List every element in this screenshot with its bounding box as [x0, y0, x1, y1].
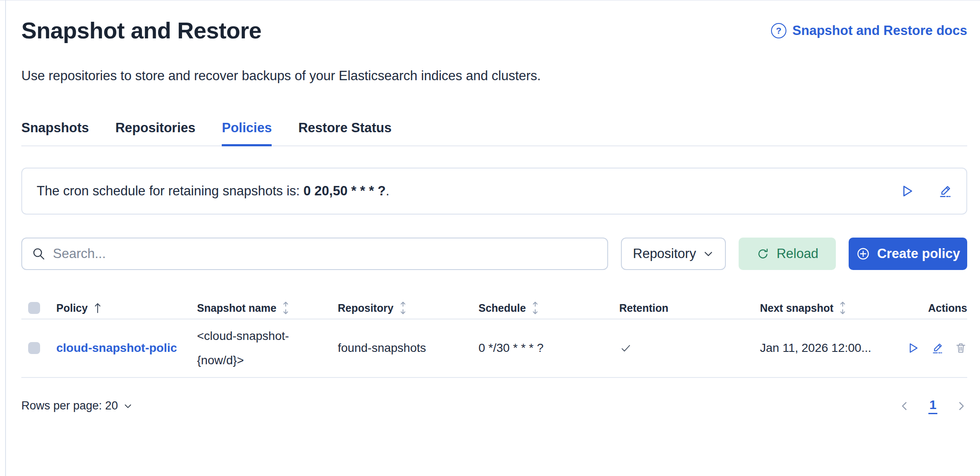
header-next-snapshot[interactable]: Next snapshot [760, 301, 901, 315]
refresh-icon [756, 247, 770, 261]
tab-repositories[interactable]: Repositories [115, 120, 195, 146]
header-schedule[interactable]: Schedule [478, 301, 619, 315]
plus-circle-icon [856, 247, 870, 261]
row-actions [901, 342, 967, 354]
header-policy[interactable]: Policy [56, 302, 197, 314]
search-icon [32, 247, 46, 261]
edit-policy-button[interactable] [931, 342, 943, 354]
pencil-icon [931, 342, 943, 354]
delete-policy-button[interactable] [954, 342, 967, 354]
play-icon [900, 184, 914, 198]
play-icon [907, 342, 919, 354]
page-title: Snapshot and Restore [21, 17, 261, 44]
trash-icon [954, 342, 967, 354]
header-retention-label: Retention [619, 302, 668, 314]
search-input[interactable] [53, 246, 598, 261]
select-all-checkbox[interactable] [28, 302, 40, 314]
row-checkbox[interactable] [28, 342, 40, 354]
chevron-down-icon [123, 401, 133, 411]
previous-page-button[interactable] [899, 400, 910, 412]
tab-bar: Snapshots Repositories Policies Restore … [21, 120, 967, 146]
header-repository-label: Repository [338, 302, 394, 314]
next-page-button[interactable] [955, 400, 967, 412]
sort-ascending-icon [93, 302, 102, 314]
pencil-icon [937, 184, 952, 198]
search-box [21, 238, 608, 270]
top-divider [0, 0, 980, 1]
schedule-cell: 0 */30 * * * ? [478, 341, 619, 355]
repository-filter-button[interactable]: Repository [621, 238, 726, 270]
docs-link-label: Snapshot and Restore docs [792, 23, 967, 38]
policy-cell: cloud-snapshot-policy [56, 341, 197, 355]
repository-filter-label: Repository [633, 246, 696, 261]
chevron-right-icon [955, 400, 967, 412]
snapshot-restore-page: Snapshot and Restore ? Snapshot and Rest… [0, 0, 980, 423]
page-description: Use repositories to store and recover ba… [21, 66, 561, 86]
pagination: 1 [899, 398, 967, 414]
header-actions: Actions [901, 302, 967, 314]
tab-restore-status[interactable]: Restore Status [298, 120, 391, 146]
retention-actions [900, 184, 952, 198]
rows-per-page-button[interactable]: Rows per page: 20 [21, 399, 133, 412]
run-retention-button[interactable] [900, 184, 914, 198]
docs-link[interactable]: ? Snapshot and Restore docs [771, 23, 967, 38]
retention-schedule-text: The cron schedule for retaining snapshot… [37, 183, 389, 199]
reload-label: Reload [777, 246, 818, 261]
page-header: Snapshot and Restore ? Snapshot and Rest… [21, 17, 967, 44]
run-policy-button[interactable] [907, 342, 919, 354]
chevron-down-icon [703, 248, 714, 259]
toolbar: Repository Reload Create policy [21, 238, 967, 270]
sortable-icon [281, 301, 290, 315]
snapshot-name-cell: <cloud-snapshot-{now/d}> [197, 319, 338, 377]
sortable-icon [531, 301, 539, 315]
check-icon [619, 342, 760, 354]
row-select-cell [21, 342, 56, 354]
sortable-icon [399, 301, 407, 315]
sortable-icon [838, 301, 847, 315]
retention-text-prefix: The cron schedule for retaining snapshot… [37, 183, 304, 198]
tab-snapshots[interactable]: Snapshots [21, 120, 89, 146]
repository-cell: found-snapshots [338, 341, 478, 355]
header-actions-label: Actions [928, 302, 967, 314]
edit-retention-button[interactable] [937, 184, 952, 198]
tab-policies[interactable]: Policies [222, 120, 272, 146]
cron-expression: 0 20,50 * * * ? [304, 183, 386, 198]
table-row: cloud-snapshot-policy <cloud-snapshot-{n… [21, 319, 967, 378]
help-icon: ? [771, 23, 786, 38]
header-retention: Retention [619, 302, 760, 314]
table-header-row: Policy Snapshot name Repository Schedule [21, 297, 967, 319]
retention-schedule-panel: The cron schedule for retaining snapshot… [21, 168, 967, 215]
header-repository[interactable]: Repository [338, 301, 478, 315]
snapshot-name-value: <cloud-snapshot-{now/d}> [197, 319, 303, 377]
create-policy-button[interactable]: Create policy [849, 238, 967, 270]
create-policy-label: Create policy [877, 246, 960, 261]
table-footer: Rows per page: 20 1 [21, 389, 967, 423]
page-number-1[interactable]: 1 [928, 398, 937, 414]
header-snapshot-name-label: Snapshot name [197, 302, 276, 314]
reload-button[interactable]: Reload [739, 238, 836, 270]
next-snapshot-cell: Jan 11, 2026 12:00... [760, 341, 901, 355]
header-snapshot-name[interactable]: Snapshot name [197, 301, 338, 315]
policy-name-link[interactable]: cloud-snapshot-policy [56, 341, 177, 355]
retention-text-suffix: . [386, 183, 390, 198]
select-all-cell [21, 302, 56, 314]
header-policy-label: Policy [56, 302, 88, 314]
retention-cell [619, 342, 760, 354]
header-next-snapshot-label: Next snapshot [760, 302, 833, 314]
chevron-left-icon [899, 400, 910, 412]
rows-per-page-label: Rows per page: 20 [21, 399, 118, 412]
sidebar-edge-divider [5, 0, 6, 476]
header-schedule-label: Schedule [478, 302, 526, 314]
policies-table: Policy Snapshot name Repository Schedule [21, 297, 967, 378]
